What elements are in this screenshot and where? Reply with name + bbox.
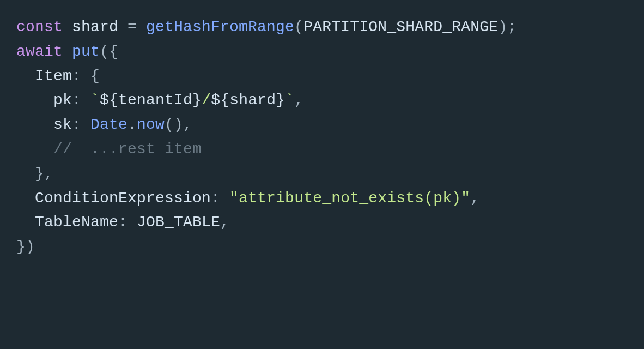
property-condition-expression: ConditionExpression (35, 190, 211, 207)
code-line-6: // ...rest item (16, 141, 202, 158)
close-brace-comma: }, (35, 165, 53, 182)
string-attribute-not-exists: attribute_not_exists(pk) (239, 190, 461, 207)
identifier-shard: shard (72, 19, 118, 35)
quote-close: " (461, 190, 470, 207)
identifier-shard: shard (229, 92, 276, 109)
function-now: now (137, 116, 165, 133)
property-pk: pk (53, 92, 72, 109)
colon: : (211, 190, 229, 207)
interp-open: ${ (211, 92, 229, 109)
template-slash: / (202, 92, 211, 109)
colon: : (72, 116, 90, 133)
keyword-await: await (16, 43, 63, 60)
comma: , (294, 92, 303, 109)
backtick-open: ` (90, 92, 100, 109)
comment-rest-item: // ...rest item (53, 141, 202, 158)
code-line-10: }) (16, 238, 35, 255)
code-line-5: sk: Date.now(), (16, 116, 192, 133)
keyword-const: const (16, 19, 63, 35)
code-line-1: const shard = getHashFromRange(PARTITION… (16, 19, 517, 35)
backtick-close: ` (285, 92, 294, 109)
dot: . (127, 116, 137, 133)
parens-comma: (), (165, 116, 192, 133)
operator-equals: = (118, 19, 146, 35)
code-line-8: ConditionExpression: "attribute_not_exis… (16, 190, 479, 207)
function-getHashFromRange: getHashFromRange (146, 19, 294, 35)
interp-open: ${ (100, 92, 118, 109)
colon: : (118, 214, 137, 231)
colon-brace: : { (72, 68, 100, 85)
space (63, 43, 72, 60)
close-brace-paren: }) (16, 238, 35, 255)
quote-open: " (229, 190, 239, 207)
global-date: Date (90, 116, 127, 133)
colon: : (72, 92, 90, 109)
comma: , (220, 214, 229, 231)
code-block: const shard = getHashFromRange(PARTITION… (0, 0, 644, 275)
open-paren-brace: ({ (100, 43, 118, 60)
paren-close-semi: ); (498, 19, 517, 35)
code-line-7: }, (16, 165, 53, 182)
paren-open: ( (294, 19, 303, 35)
code-line-3: Item: { (16, 68, 100, 85)
property-item: Item (35, 68, 72, 85)
code-line-9: TableName: JOB_TABLE, (16, 214, 229, 231)
constant-job-table: JOB_TABLE (137, 214, 220, 231)
function-put: put (72, 43, 100, 60)
property-sk: sk (53, 116, 72, 133)
interp-close: } (276, 92, 285, 109)
property-table-name: TableName (35, 214, 118, 231)
code-line-2: await put({ (16, 43, 118, 60)
comma: , (470, 190, 479, 207)
identifier-tenantId: tenantId (118, 92, 192, 109)
constant-partition-shard-range: PARTITION_SHARD_RANGE (303, 19, 498, 35)
code-line-4: pk: `${tenantId}/${shard}`, (16, 92, 303, 109)
interp-close: } (192, 92, 202, 109)
